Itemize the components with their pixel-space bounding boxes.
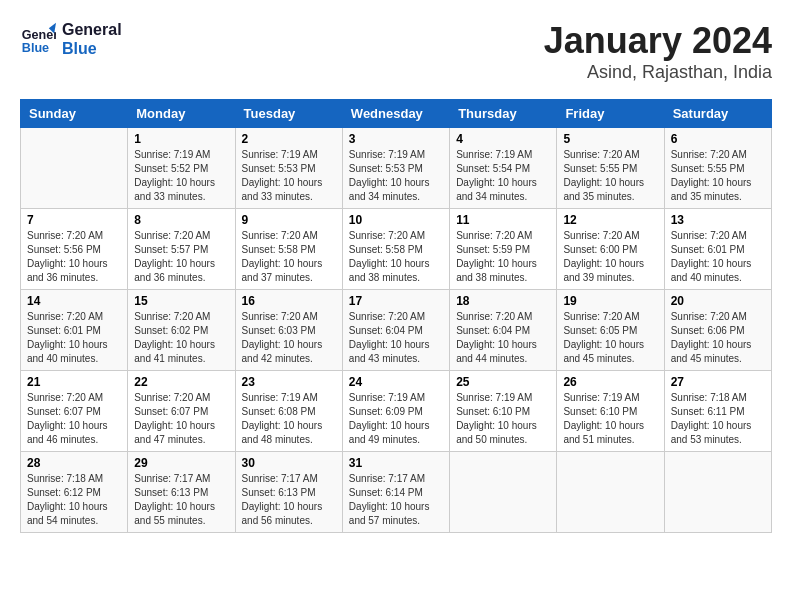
day-info: Sunrise: 7:17 AM Sunset: 6:14 PM Dayligh… [349,472,443,528]
day-number: 14 [27,294,121,308]
calendar-week-5: 28Sunrise: 7:18 AM Sunset: 6:12 PM Dayli… [21,452,772,533]
day-number: 1 [134,132,228,146]
day-info: Sunrise: 7:20 AM Sunset: 5:56 PM Dayligh… [27,229,121,285]
col-tuesday: Tuesday [235,100,342,128]
calendar-cell: 23Sunrise: 7:19 AM Sunset: 6:08 PM Dayli… [235,371,342,452]
col-saturday: Saturday [664,100,771,128]
day-info: Sunrise: 7:20 AM Sunset: 5:59 PM Dayligh… [456,229,550,285]
calendar-cell: 13Sunrise: 7:20 AM Sunset: 6:01 PM Dayli… [664,209,771,290]
day-info: Sunrise: 7:20 AM Sunset: 6:00 PM Dayligh… [563,229,657,285]
calendar-cell: 30Sunrise: 7:17 AM Sunset: 6:13 PM Dayli… [235,452,342,533]
calendar-cell: 3Sunrise: 7:19 AM Sunset: 5:53 PM Daylig… [342,128,449,209]
day-number: 25 [456,375,550,389]
day-info: Sunrise: 7:20 AM Sunset: 5:58 PM Dayligh… [349,229,443,285]
calendar-week-4: 21Sunrise: 7:20 AM Sunset: 6:07 PM Dayli… [21,371,772,452]
calendar-cell: 28Sunrise: 7:18 AM Sunset: 6:12 PM Dayli… [21,452,128,533]
col-wednesday: Wednesday [342,100,449,128]
calendar-cell: 9Sunrise: 7:20 AM Sunset: 5:58 PM Daylig… [235,209,342,290]
calendar-week-2: 7Sunrise: 7:20 AM Sunset: 5:56 PM Daylig… [21,209,772,290]
day-info: Sunrise: 7:20 AM Sunset: 6:01 PM Dayligh… [27,310,121,366]
day-info: Sunrise: 7:20 AM Sunset: 6:07 PM Dayligh… [134,391,228,447]
calendar-cell: 22Sunrise: 7:20 AM Sunset: 6:07 PM Dayli… [128,371,235,452]
calendar-cell [450,452,557,533]
day-number: 10 [349,213,443,227]
calendar-cell: 29Sunrise: 7:17 AM Sunset: 6:13 PM Dayli… [128,452,235,533]
calendar-cell: 20Sunrise: 7:20 AM Sunset: 6:06 PM Dayli… [664,290,771,371]
day-info: Sunrise: 7:18 AM Sunset: 6:11 PM Dayligh… [671,391,765,447]
calendar-cell: 27Sunrise: 7:18 AM Sunset: 6:11 PM Dayli… [664,371,771,452]
day-number: 17 [349,294,443,308]
day-info: Sunrise: 7:19 AM Sunset: 6:10 PM Dayligh… [456,391,550,447]
day-info: Sunrise: 7:19 AM Sunset: 6:10 PM Dayligh… [563,391,657,447]
day-number: 5 [563,132,657,146]
day-info: Sunrise: 7:20 AM Sunset: 6:05 PM Dayligh… [563,310,657,366]
location-title: Asind, Rajasthan, India [544,62,772,83]
month-title: January 2024 [544,20,772,62]
calendar-cell [557,452,664,533]
day-info: Sunrise: 7:20 AM Sunset: 6:04 PM Dayligh… [349,310,443,366]
day-info: Sunrise: 7:19 AM Sunset: 6:08 PM Dayligh… [242,391,336,447]
day-number: 18 [456,294,550,308]
calendar-cell: 14Sunrise: 7:20 AM Sunset: 6:01 PM Dayli… [21,290,128,371]
calendar-cell: 15Sunrise: 7:20 AM Sunset: 6:02 PM Dayli… [128,290,235,371]
day-number: 19 [563,294,657,308]
calendar-week-3: 14Sunrise: 7:20 AM Sunset: 6:01 PM Dayli… [21,290,772,371]
calendar-cell: 16Sunrise: 7:20 AM Sunset: 6:03 PM Dayli… [235,290,342,371]
day-info: Sunrise: 7:20 AM Sunset: 6:06 PM Dayligh… [671,310,765,366]
calendar-cell: 25Sunrise: 7:19 AM Sunset: 6:10 PM Dayli… [450,371,557,452]
day-number: 31 [349,456,443,470]
day-info: Sunrise: 7:20 AM Sunset: 6:02 PM Dayligh… [134,310,228,366]
day-number: 12 [563,213,657,227]
calendar-cell: 10Sunrise: 7:20 AM Sunset: 5:58 PM Dayli… [342,209,449,290]
day-number: 24 [349,375,443,389]
calendar-cell [664,452,771,533]
day-number: 3 [349,132,443,146]
calendar-cell: 11Sunrise: 7:20 AM Sunset: 5:59 PM Dayli… [450,209,557,290]
day-number: 23 [242,375,336,389]
col-thursday: Thursday [450,100,557,128]
calendar-cell: 24Sunrise: 7:19 AM Sunset: 6:09 PM Dayli… [342,371,449,452]
col-sunday: Sunday [21,100,128,128]
logo: General Blue General Blue [20,20,122,58]
col-monday: Monday [128,100,235,128]
day-number: 28 [27,456,121,470]
day-number: 16 [242,294,336,308]
calendar-week-1: 1Sunrise: 7:19 AM Sunset: 5:52 PM Daylig… [21,128,772,209]
calendar-table: Sunday Monday Tuesday Wednesday Thursday… [20,99,772,533]
title-block: January 2024 Asind, Rajasthan, India [544,20,772,83]
calendar-cell: 26Sunrise: 7:19 AM Sunset: 6:10 PM Dayli… [557,371,664,452]
calendar-body: 1Sunrise: 7:19 AM Sunset: 5:52 PM Daylig… [21,128,772,533]
day-info: Sunrise: 7:20 AM Sunset: 6:04 PM Dayligh… [456,310,550,366]
calendar-cell: 31Sunrise: 7:17 AM Sunset: 6:14 PM Dayli… [342,452,449,533]
day-info: Sunrise: 7:18 AM Sunset: 6:12 PM Dayligh… [27,472,121,528]
day-number: 30 [242,456,336,470]
day-number: 4 [456,132,550,146]
day-number: 26 [563,375,657,389]
day-info: Sunrise: 7:20 AM Sunset: 5:55 PM Dayligh… [671,148,765,204]
day-number: 29 [134,456,228,470]
day-info: Sunrise: 7:19 AM Sunset: 5:52 PM Dayligh… [134,148,228,204]
calendar-cell: 7Sunrise: 7:20 AM Sunset: 5:56 PM Daylig… [21,209,128,290]
calendar-cell: 17Sunrise: 7:20 AM Sunset: 6:04 PM Dayli… [342,290,449,371]
day-info: Sunrise: 7:19 AM Sunset: 6:09 PM Dayligh… [349,391,443,447]
calendar-cell: 8Sunrise: 7:20 AM Sunset: 5:57 PM Daylig… [128,209,235,290]
day-info: Sunrise: 7:19 AM Sunset: 5:53 PM Dayligh… [349,148,443,204]
day-info: Sunrise: 7:19 AM Sunset: 5:54 PM Dayligh… [456,148,550,204]
day-number: 13 [671,213,765,227]
day-number: 20 [671,294,765,308]
calendar-cell: 5Sunrise: 7:20 AM Sunset: 5:55 PM Daylig… [557,128,664,209]
day-number: 15 [134,294,228,308]
calendar-cell: 2Sunrise: 7:19 AM Sunset: 5:53 PM Daylig… [235,128,342,209]
col-friday: Friday [557,100,664,128]
calendar-cell: 18Sunrise: 7:20 AM Sunset: 6:04 PM Dayli… [450,290,557,371]
day-number: 22 [134,375,228,389]
day-info: Sunrise: 7:20 AM Sunset: 5:57 PM Dayligh… [134,229,228,285]
day-info: Sunrise: 7:20 AM Sunset: 6:07 PM Dayligh… [27,391,121,447]
calendar-cell: 6Sunrise: 7:20 AM Sunset: 5:55 PM Daylig… [664,128,771,209]
logo-text: General Blue [62,20,122,58]
calendar-cell: 1Sunrise: 7:19 AM Sunset: 5:52 PM Daylig… [128,128,235,209]
header-row: Sunday Monday Tuesday Wednesday Thursday… [21,100,772,128]
day-info: Sunrise: 7:20 AM Sunset: 5:58 PM Dayligh… [242,229,336,285]
calendar-cell: 12Sunrise: 7:20 AM Sunset: 6:00 PM Dayli… [557,209,664,290]
day-number: 21 [27,375,121,389]
